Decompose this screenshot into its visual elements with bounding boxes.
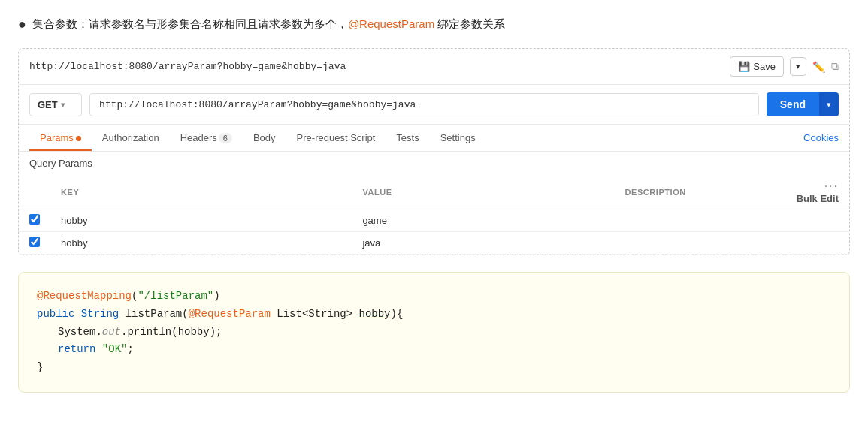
code-line-1: @RequestMapping("/listParam") — [37, 288, 831, 306]
tab-settings[interactable]: Settings — [430, 125, 486, 151]
code-public-keyword: public — [37, 308, 74, 320]
code-annotation-requestmapping: @RequestMapping — [37, 290, 132, 302]
tab-authorization-label: Authorization — [102, 132, 159, 143]
table-row: hobby java — [19, 232, 849, 255]
save-label: Save — [753, 61, 776, 72]
url-display: http://localhost:8080/arrayParam?hobby=g… — [29, 61, 346, 72]
tabs-row: Params Authorization Headers6 Body Pre-r… — [19, 125, 849, 152]
save-button[interactable]: 💾 Save — [730, 56, 784, 77]
row1-value: game — [352, 209, 614, 232]
method-select[interactable]: GET ▾ — [29, 93, 82, 116]
url-input[interactable] — [89, 93, 759, 116]
code-return-keyword: return — [58, 343, 95, 355]
row2-checkbox-cell — [19, 232, 50, 255]
tab-tests[interactable]: Tests — [386, 125, 429, 151]
code-path-string: "/listParam" — [138, 290, 213, 302]
query-params-label: Query Params — [19, 152, 849, 175]
tab-params-label: Params — [40, 132, 74, 143]
send-button[interactable]: Send — [767, 92, 819, 116]
copy-icon[interactable]: ⧉ — [831, 60, 839, 73]
headers-badge: 6 — [219, 133, 232, 143]
row2-key: hobby — [50, 232, 352, 255]
code-system: System. — [58, 326, 102, 338]
code-panel: @RequestMapping("/listParam") public Str… — [18, 272, 850, 393]
request-param-highlight: @RequestParam — [348, 17, 434, 30]
tab-body[interactable]: Body — [243, 125, 286, 151]
tab-body-label: Body — [253, 132, 276, 143]
value-header: VALUE — [352, 175, 614, 209]
url-bar-row: http://localhost:8080/arrayParam?hobby=g… — [19, 49, 849, 85]
code-line-3: System.out.println(hobby); — [37, 324, 831, 342]
bullet-section: ● 集合参数：请求参数名与形参集合名称相同且请求参数为多个，@RequestPa… — [18, 15, 850, 33]
bullet-dot: ● — [18, 17, 26, 32]
code-semicolon: ; — [127, 343, 133, 355]
code-closing-brace: } — [37, 361, 43, 373]
bullet-text: 集合参数：请求参数名与形参集合名称相同且请求参数为多个，@RequestPara… — [32, 15, 505, 33]
tab-headers[interactable]: Headers6 — [170, 125, 243, 151]
row1-actions — [776, 209, 849, 232]
code-space3: List<String> hobby){ — [271, 308, 403, 320]
url-bar-actions: 💾 Save ▾ ✏️ ⧉ — [730, 56, 839, 77]
send-dropdown-button[interactable]: ▾ — [819, 92, 839, 116]
row2-desc — [615, 232, 776, 255]
pencil-icon[interactable]: ✏️ — [812, 61, 825, 73]
row2-actions — [776, 232, 849, 255]
tab-prerequest-label: Pre-request Script — [297, 132, 376, 143]
code-string-return: String — [81, 308, 119, 320]
request-row: GET ▾ Send ▾ — [19, 85, 849, 125]
params-table: KEY VALUE DESCRIPTION ··· Bulk Edit hobb… — [19, 175, 849, 255]
code-paren-close: ) — [213, 290, 219, 302]
code-line-2: public String listParam(@RequestParam Li… — [37, 306, 831, 324]
save-icon: 💾 — [738, 61, 750, 72]
code-space2: listParam( — [119, 308, 188, 320]
bullet-text-before: 集合参数：请求参数名与形参集合名称相同且请求参数为多个， — [32, 17, 348, 30]
checkbox-header — [19, 175, 50, 209]
table-row: hobby game — [19, 209, 849, 232]
save-dropdown-button[interactable]: ▾ — [790, 57, 806, 76]
row2-checkbox[interactable] — [29, 237, 40, 247]
method-label: GET — [38, 99, 58, 110]
send-group: Send ▾ — [767, 92, 839, 116]
bullet-text-after: 绑定参数关系 — [434, 17, 505, 30]
desc-header: DESCRIPTION — [615, 175, 776, 209]
tab-tests-label: Tests — [396, 132, 419, 143]
code-space4 — [95, 343, 101, 355]
code-out: out — [102, 326, 121, 338]
postman-panel: http://localhost:8080/arrayParam?hobby=g… — [18, 48, 850, 255]
tab-prerequest[interactable]: Pre-request Script — [286, 125, 386, 151]
tab-settings-label: Settings — [440, 132, 476, 143]
tab-params[interactable]: Params — [29, 125, 92, 151]
more-options-button[interactable]: ··· — [824, 179, 839, 193]
code-space1 — [74, 308, 80, 320]
code-line-4: return "OK"; — [37, 341, 831, 359]
row1-checkbox[interactable] — [29, 214, 40, 225]
bulk-edit-button[interactable]: Bulk Edit — [797, 193, 839, 204]
key-header: KEY — [50, 175, 352, 209]
tab-headers-label: Headers — [180, 132, 217, 143]
row2-value: java — [352, 232, 614, 255]
code-ok-string: "OK" — [102, 343, 128, 355]
chevron-down-icon: ▾ — [61, 101, 65, 109]
actions-header: ··· Bulk Edit — [776, 175, 849, 209]
row1-key: hobby — [50, 209, 352, 232]
tab-authorization[interactable]: Authorization — [92, 125, 170, 151]
row1-checkbox-cell — [19, 209, 50, 232]
code-annotation-requestparam: @RequestParam — [189, 308, 271, 320]
cookies-link[interactable]: Cookies — [803, 132, 839, 143]
code-line-5: } — [37, 359, 831, 377]
row1-desc — [615, 209, 776, 232]
code-println: .println(hobby); — [121, 326, 222, 338]
params-dot — [76, 136, 81, 141]
